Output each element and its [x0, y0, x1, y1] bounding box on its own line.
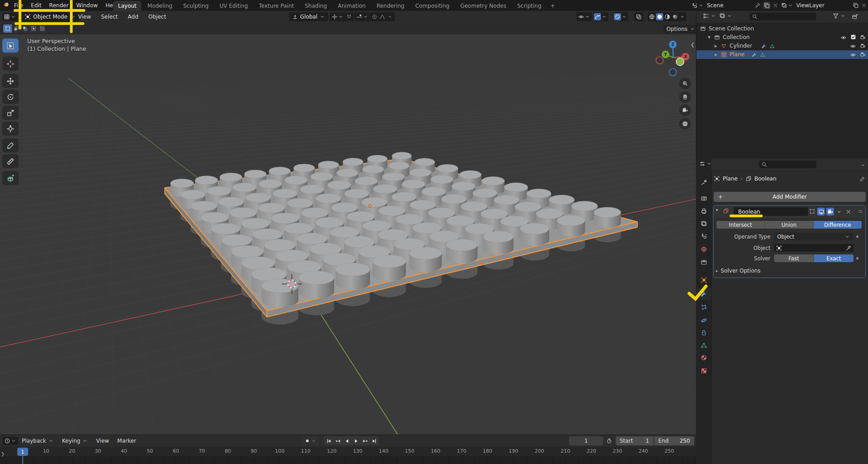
modifier-wrench-icon[interactable]	[752, 52, 757, 58]
timeline-menu-marker[interactable]: Marker	[117, 438, 136, 444]
end-frame-field[interactable]: End 250	[654, 436, 694, 445]
outliner-search[interactable]	[750, 13, 816, 20]
breadcrumb-object[interactable]: Plane	[723, 176, 738, 182]
properties-tab-render[interactable]	[696, 193, 711, 204]
scene-selector[interactable]: Scene	[690, 1, 780, 10]
start-frame-field[interactable]: Start 1	[616, 436, 654, 445]
modifier-expand-icon[interactable]: ▾	[716, 208, 718, 212]
gizmo-toggle-icon[interactable]	[594, 13, 601, 20]
properties-tab-texture[interactable]	[696, 365, 711, 376]
view-layer-name[interactable]: ViewLayer	[796, 2, 824, 9]
select-mode-selint[interactable]	[38, 24, 46, 33]
operand-type-dropdown[interactable]: Object	[774, 233, 853, 240]
timeline-editor-type[interactable]	[3, 437, 18, 445]
modifier-wrench-icon[interactable]	[761, 44, 767, 49]
outliner-row-plane[interactable]: ▶Plane	[696, 50, 868, 59]
topbar-menu-file[interactable]: File	[14, 2, 23, 9]
topbar-menu-edit[interactable]: Edit	[31, 2, 41, 9]
boolean-op-intersect[interactable]: Intersect	[716, 221, 765, 229]
mode-dropdown[interactable]: Object Mode	[22, 12, 79, 21]
hide-eye-icon[interactable]	[850, 52, 856, 58]
add-modifier-button[interactable]: Add Modifier	[714, 192, 866, 202]
tool-cursor[interactable]	[2, 57, 19, 71]
tool-measure[interactable]	[2, 154, 19, 168]
transform-orientation-dropdown[interactable]: Global	[289, 12, 328, 21]
3d-viewport[interactable]	[0, 34, 696, 435]
transport-play[interactable]	[351, 436, 360, 445]
breadcrumb-modifier[interactable]: Boolean	[755, 176, 777, 182]
workspace-tab-shading[interactable]: Shading	[300, 1, 331, 11]
modifier-extras-icon[interactable]	[836, 209, 842, 215]
properties-tab-constraints[interactable]	[696, 327, 711, 338]
workspace-tab-compositing[interactable]: Compositing	[411, 1, 454, 11]
rendered-shading-icon[interactable]	[671, 13, 679, 20]
snap-toggle[interactable]	[345, 12, 354, 21]
tool-transform[interactable]	[2, 122, 19, 136]
properties-tab-world[interactable]	[696, 244, 711, 255]
select-mode-selext[interactable]	[12, 24, 20, 33]
workspace-tab-modeling[interactable]: Modeling	[143, 1, 177, 11]
overlays-toggle-icon[interactable]	[614, 13, 621, 20]
transport-playrev[interactable]	[342, 436, 351, 445]
delete-modifier-icon[interactable]	[845, 209, 852, 215]
disable-render-icon[interactable]	[860, 52, 866, 58]
zoom-view-button[interactable]	[679, 78, 691, 89]
material-preview-icon[interactable]	[664, 13, 671, 20]
wireframe-shading-icon[interactable]	[648, 13, 656, 20]
pin-icon[interactable]	[755, 2, 761, 9]
modifier-name-field[interactable]: Boolean	[734, 207, 808, 216]
blender-logo-icon[interactable]	[3, 1, 10, 8]
pin-icon[interactable]	[859, 176, 865, 182]
decorator-dot[interactable]	[856, 257, 858, 259]
workspace-tab-texture-paint[interactable]: Texture Paint	[254, 1, 298, 11]
workspace-tab-rendering[interactable]: Rendering	[372, 1, 409, 11]
properties-tab-modifiers[interactable]	[696, 288, 711, 300]
scene-name[interactable]: Scene	[707, 2, 724, 9]
properties-tab-scene[interactable]	[696, 230, 711, 242]
current-frame-field[interactable]: 1	[569, 436, 603, 445]
solver-exact[interactable]: Exact	[814, 254, 853, 262]
tool-move[interactable]	[2, 74, 19, 88]
transport-skipstart[interactable]	[324, 436, 333, 445]
solver-options-expander[interactable]: ▸ Solver Options	[716, 268, 760, 274]
disable-render-icon[interactable]	[860, 34, 866, 40]
properties-tab-output[interactable]	[696, 205, 711, 217]
disclosure-triangle[interactable]: ▶	[715, 53, 717, 57]
workspace-tab-sculpting[interactable]: Sculpting	[178, 1, 213, 11]
new-scene-icon[interactable]	[763, 2, 770, 9]
topbar-menu-window[interactable]: Window	[76, 2, 98, 9]
solid-shading-icon[interactable]	[656, 13, 663, 20]
show-gizmo-group[interactable]	[593, 12, 608, 21]
hide-eye-icon[interactable]	[850, 43, 856, 49]
collection-checkbox[interactable]	[850, 34, 856, 40]
tool-rotate[interactable]	[2, 90, 19, 104]
proportional-editing-group[interactable]	[370, 12, 395, 21]
workspace-tab-uv-editing[interactable]: UV Editing	[215, 1, 252, 11]
properties-tab-tool[interactable]	[696, 177, 711, 188]
timeline-track-area[interactable]	[0, 456, 696, 464]
outliner-filter[interactable]	[833, 13, 846, 19]
workspace-tab-scripting[interactable]: Scripting	[513, 1, 546, 11]
viewport-menu-add[interactable]: Add	[128, 14, 138, 20]
outliner-row-scene-collection[interactable]: Scene Collection	[696, 24, 868, 33]
navigation-gizmo[interactable]: ZYX	[654, 36, 695, 79]
ortho-toggle-button[interactable]	[679, 118, 691, 130]
mesh-data-icon[interactable]	[760, 52, 765, 58]
playhead[interactable]: 1	[17, 448, 28, 456]
properties-editor-type[interactable]	[699, 161, 712, 167]
boolean-op-union[interactable]: Union	[765, 221, 814, 229]
hide-eye-icon[interactable]	[840, 34, 847, 41]
show-overlays-group[interactable]	[613, 12, 628, 21]
timeline-menu-keying[interactable]: Keying	[62, 438, 88, 444]
properties-tab-physics[interactable]	[696, 315, 711, 326]
outliner-filter-images[interactable]	[719, 13, 733, 19]
edit-mode-toggle-icon[interactable]	[809, 208, 815, 215]
disable-render-icon[interactable]	[860, 43, 866, 49]
topbar-menu-render[interactable]: Render	[49, 2, 69, 9]
timeline-expand-arrow[interactable]: ❯	[1, 451, 5, 456]
select-mode-selsub[interactable]	[20, 24, 29, 33]
outliner-row-collection[interactable]: ▼Collection	[696, 33, 868, 42]
timeline-menu-playback[interactable]: Playback	[22, 438, 54, 444]
transport-prevkey[interactable]	[333, 436, 342, 445]
xray-toggle[interactable]	[634, 12, 644, 21]
